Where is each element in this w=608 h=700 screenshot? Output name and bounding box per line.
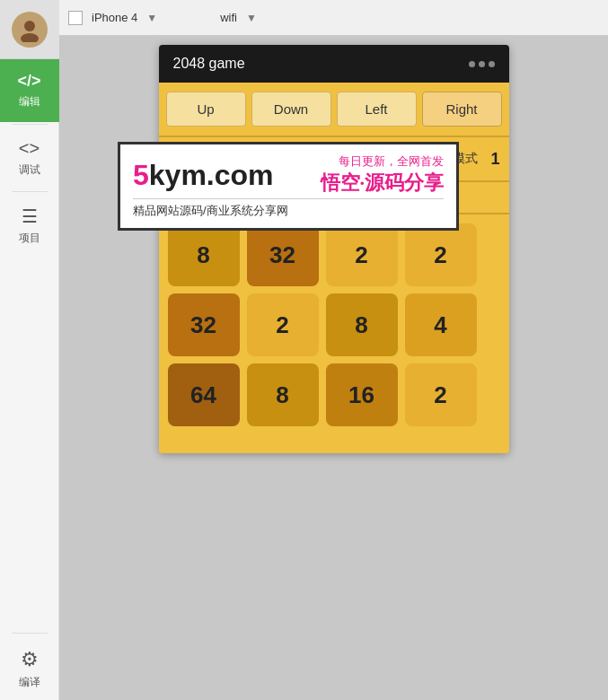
dot-3 (489, 61, 495, 67)
sidebar-item-project[interactable]: ☰ 项目 (0, 194, 59, 257)
dot-2 (479, 61, 485, 67)
cell-2-2: 16 (326, 363, 398, 426)
device-checkbox[interactable] (68, 11, 83, 25)
app-dots (469, 61, 495, 67)
left-button[interactable]: Left (337, 92, 417, 127)
code-icon: </> (17, 72, 40, 91)
app-header: 2048 game (159, 45, 509, 83)
watermark-overlay: 5kym.com 每日更新，全网首发 悟空·源码分享 精品网站源码/商业系统分享… (118, 142, 459, 231)
translate-icon: ⚙ (21, 648, 39, 671)
sidebar-item-translate[interactable]: ⚙ 编译 (0, 637, 59, 700)
watermark-bottom-text: 精品网站源码/商业系统分享网 (133, 198, 444, 219)
sidebar: </> 编辑 <> 调试 ☰ 项目 ⚙ 编译 (0, 0, 59, 700)
sidebar-divider-3 (12, 633, 48, 634)
sidebar-edit-label: 编辑 (19, 94, 40, 109)
right-button[interactable]: Right (422, 92, 502, 127)
watermark-subtitle: 悟空·源码分享 (321, 170, 445, 197)
device-name: iPhone 4 (92, 11, 137, 24)
grid-row-1: 8 32 2 2 (168, 223, 500, 286)
phone-bottom (159, 435, 509, 453)
dot-1 (469, 61, 475, 67)
grid-row-2: 32 2 8 4 (168, 293, 500, 356)
sidebar-divider-2 (12, 191, 48, 192)
watermark-domain-text: kym.com (149, 159, 274, 191)
mode-value: 1 (490, 150, 499, 169)
grid-row-3: 64 8 16 2 (168, 363, 500, 426)
sidebar-bottom: ⚙ 编译 (0, 631, 58, 700)
wifi-arrow-icon: ▼ (246, 12, 257, 24)
debug-icon: <> (19, 138, 40, 159)
cell-2-0: 64 (168, 363, 240, 426)
device-arrow-icon: ▼ (146, 12, 157, 24)
phone-screen: 2048 game Up Down Left Right 重新开始 难度 3级 (159, 45, 509, 453)
app-title: 2048 game (173, 56, 245, 72)
cell-2-1: 8 (247, 363, 319, 426)
cell-0-1: 32 (247, 223, 319, 286)
watermark-top: 5kym.com 每日更新，全网首发 悟空·源码分享 (133, 153, 444, 197)
cell-2-3: 2 (405, 363, 477, 426)
sidebar-divider-1 (12, 124, 48, 125)
cell-0-2: 2 (326, 223, 398, 286)
watermark-right: 每日更新，全网首发 悟空·源码分享 (321, 153, 445, 197)
svg-point-0 (24, 21, 35, 31)
sidebar-project-label: 项目 (19, 231, 40, 246)
cell-1-1: 2 (247, 293, 319, 356)
cell-1-3: 4 (405, 293, 477, 356)
watermark-tagline: 每日更新，全网首发 (321, 153, 445, 170)
watermark-domain: 5kym.com (133, 159, 274, 192)
wifi-label: wifi (220, 11, 237, 24)
sidebar-item-debug[interactable]: <> 调试 (0, 127, 59, 189)
watermark-number: 5 (133, 159, 149, 191)
avatar-container (0, 0, 59, 59)
sidebar-translate-label: 编译 (19, 675, 40, 690)
phone-frame-container: 5kym.com 每日更新，全网首发 悟空·源码分享 精品网站源码/商业系统分享… (59, 36, 608, 700)
direction-buttons: Up Down Left Right (159, 83, 509, 137)
cell-0-3: 2 (405, 223, 477, 286)
avatar (12, 12, 48, 48)
down-button[interactable]: Down (251, 92, 331, 127)
top-bar: iPhone 4 ▼ wifi ▼ (59, 0, 608, 36)
game-grid: 8 32 2 2 32 2 8 4 64 8 16 2 (159, 214, 509, 435)
sidebar-debug-label: 调试 (19, 162, 40, 178)
svg-point-1 (21, 33, 39, 42)
cell-0-0: 8 (168, 223, 240, 286)
cell-1-2: 8 (326, 293, 398, 356)
menu-icon: ☰ (22, 206, 38, 227)
up-button[interactable]: Up (166, 92, 246, 127)
cell-1-0: 32 (168, 293, 240, 356)
sidebar-item-edit[interactable]: </> 编辑 (0, 59, 59, 122)
main-content: iPhone 4 ▼ wifi ▼ 5kym.com 每日更新，全网首发 悟空·… (59, 0, 608, 700)
